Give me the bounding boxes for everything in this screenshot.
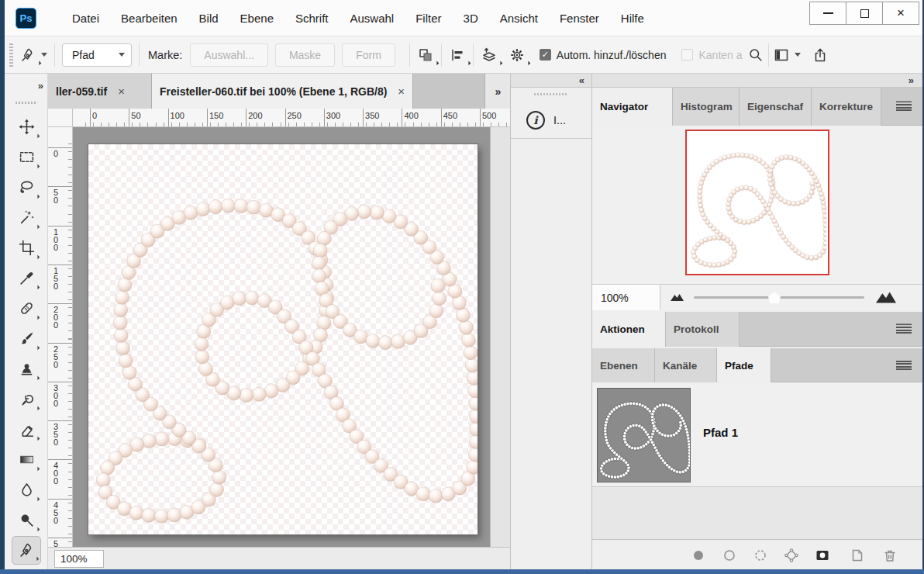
- chevron-down-icon[interactable]: [41, 53, 47, 57]
- menu-item-filter[interactable]: Filter: [405, 0, 452, 36]
- status-zoom-field[interactable]: 100%: [54, 550, 104, 568]
- make-shape-button[interactable]: Form: [342, 43, 395, 67]
- eyedropper-tool-button[interactable]: [12, 264, 41, 292]
- pen-tool-icon[interactable]: [19, 47, 36, 64]
- close-button[interactable]: ×: [882, 2, 919, 25]
- canvas[interactable]: [88, 144, 478, 534]
- auto-add-delete-checkbox[interactable]: ✓: [540, 49, 551, 61]
- panel-strip-grip[interactable]: [534, 93, 568, 95]
- dodge-tool-button[interactable]: [12, 506, 41, 534]
- tab-korrekturen[interactable]: Korrekture: [812, 88, 881, 126]
- gear-icon[interactable]: [509, 47, 526, 64]
- panel-menu-icon[interactable]: [896, 360, 912, 370]
- tab-kanaele[interactable]: Kanäle: [655, 348, 717, 382]
- document-tab-freisteller-060[interactable]: Freisteller-060.tif bei 100% (Ebene 1, R…: [152, 74, 413, 109]
- scrollbar-track[interactable]: [490, 127, 510, 547]
- rectangular-marquee-tool-button[interactable]: [12, 143, 41, 171]
- menu-item-bearbeiten[interactable]: Bearbeiten: [110, 0, 188, 36]
- close-tab-icon[interactable]: ×: [118, 85, 125, 98]
- clone-stamp-tool-button[interactable]: [12, 354, 41, 383]
- menu-item-ebene[interactable]: Ebene: [229, 0, 284, 36]
- tabs-overflow-button[interactable]: »: [484, 74, 510, 109]
- magic-wand-tool-button[interactable]: [12, 203, 41, 232]
- gradient-tool-button[interactable]: [12, 445, 41, 474]
- workspace-switcher-icon[interactable]: [773, 47, 790, 64]
- navigator-thumbnail[interactable]: [685, 130, 829, 275]
- path-item-row[interactable]: Pfad 1: [592, 383, 922, 487]
- tab-eigenschaften[interactable]: Eigenschaf: [740, 88, 812, 126]
- menu-item-bild[interactable]: Bild: [188, 0, 229, 36]
- menu-item-fenster[interactable]: Fenster: [549, 0, 610, 36]
- toolbar-grip[interactable]: [16, 102, 37, 104]
- ruler-label: 4 0 0: [53, 462, 58, 485]
- path-operations-icon[interactable]: [417, 47, 434, 64]
- new-path-icon[interactable]: [849, 547, 866, 564]
- brush-tool-button[interactable]: [12, 324, 41, 353]
- zoom-slider[interactable]: [694, 296, 864, 299]
- panel-menu-icon[interactable]: [896, 324, 912, 334]
- crop-tool-button[interactable]: [12, 233, 41, 262]
- menu-item-3d[interactable]: 3D: [453, 0, 489, 36]
- work-path-from-selection-icon[interactable]: [783, 547, 800, 564]
- selection-from-path-icon[interactable]: [752, 547, 769, 564]
- clone-stamp-icon: [19, 361, 35, 377]
- tool-mode-select[interactable]: Pfad: [62, 43, 132, 67]
- pen-tool-button[interactable]: [12, 536, 41, 565]
- chevron-down-icon[interactable]: [795, 53, 801, 57]
- panel-menu-icon[interactable]: [896, 102, 912, 112]
- tab-pfade[interactable]: Pfade: [717, 348, 771, 382]
- maximize-button[interactable]: [846, 2, 883, 25]
- make-selection-button[interactable]: Auswahl...: [190, 43, 268, 67]
- edges-checkbox[interactable]: [681, 49, 693, 61]
- options-bar-grip[interactable]: [9, 43, 13, 67]
- menu-item-schrift[interactable]: Schrift: [284, 0, 340, 36]
- navigator-zoom-field[interactable]: 100%: [592, 285, 660, 310]
- spot-healing-tool-button[interactable]: [12, 294, 41, 323]
- menu-item-hilfe[interactable]: Hilfe: [610, 0, 655, 36]
- horizontal-ruler[interactable]: 050100150200250300350400450500: [73, 109, 510, 127]
- fill-path-icon[interactable]: [690, 547, 707, 564]
- ruler-label: 450: [443, 111, 457, 120]
- tab-aktionen[interactable]: Aktionen: [592, 312, 666, 347]
- add-mask-icon[interactable]: [814, 547, 831, 564]
- blur-tool-button[interactable]: [12, 475, 41, 504]
- zoom-slider-thumb[interactable]: [768, 292, 781, 303]
- lasso-tool-button[interactable]: [12, 173, 41, 202]
- vertical-ruler[interactable]: 05 01 0 01 5 02 0 02 5 03 0 03 5 04 0 04…: [48, 127, 73, 547]
- tab-protokoll[interactable]: Protokoll: [666, 312, 740, 347]
- close-tab-icon[interactable]: ×: [398, 85, 405, 98]
- collapse-dock-icon[interactable]: »: [908, 74, 913, 86]
- tab-histogramm[interactable]: Histogram: [673, 88, 740, 126]
- path-align-icon[interactable]: [449, 47, 466, 64]
- tool-mode-value: Pfad: [72, 49, 95, 61]
- photoshop-logo: Ps: [16, 8, 36, 29]
- document-tab-freisteller-059[interactable]: ller-059.tif ×: [48, 74, 152, 109]
- info-panel-button[interactable]: i I...: [511, 102, 591, 139]
- path-thumbnail[interactable]: [597, 388, 691, 482]
- minimize-button[interactable]: [809, 2, 846, 25]
- menu-item-ansicht[interactable]: Ansicht: [489, 0, 549, 36]
- delete-path-icon[interactable]: [881, 547, 898, 564]
- paths-empty-area[interactable]: [592, 487, 922, 539]
- ruler-tick: [402, 109, 402, 127]
- move-tool-button[interactable]: [12, 112, 41, 141]
- zoom-out-icon[interactable]: [671, 294, 684, 301]
- share-icon[interactable]: [812, 47, 829, 64]
- menu-item-datei[interactable]: Datei: [61, 0, 110, 36]
- collapse-left-icon[interactable]: «: [579, 74, 584, 86]
- make-mask-button[interactable]: Maske: [275, 43, 335, 67]
- tab-ebenen[interactable]: Ebenen: [592, 348, 655, 382]
- menu-item-auswahl[interactable]: Auswahl: [340, 0, 405, 36]
- eraser-icon: [19, 421, 35, 437]
- canvas-pasteboard[interactable]: [73, 127, 510, 547]
- zoom-in-icon[interactable]: [876, 292, 896, 303]
- search-icon[interactable]: [747, 47, 764, 64]
- toolbar-expand-button[interactable]: »: [38, 80, 43, 92]
- tab-navigator[interactable]: Navigator: [592, 88, 673, 126]
- history-brush-tool-button[interactable]: [12, 385, 41, 413]
- path-arrange-icon[interactable]: [481, 47, 498, 64]
- stroke-path-icon[interactable]: [721, 547, 738, 564]
- ruler-corner[interactable]: [48, 109, 73, 127]
- eraser-tool-button[interactable]: [12, 415, 41, 444]
- document-area: ller-059.tif × Freisteller-060.tif bei 1…: [48, 74, 510, 569]
